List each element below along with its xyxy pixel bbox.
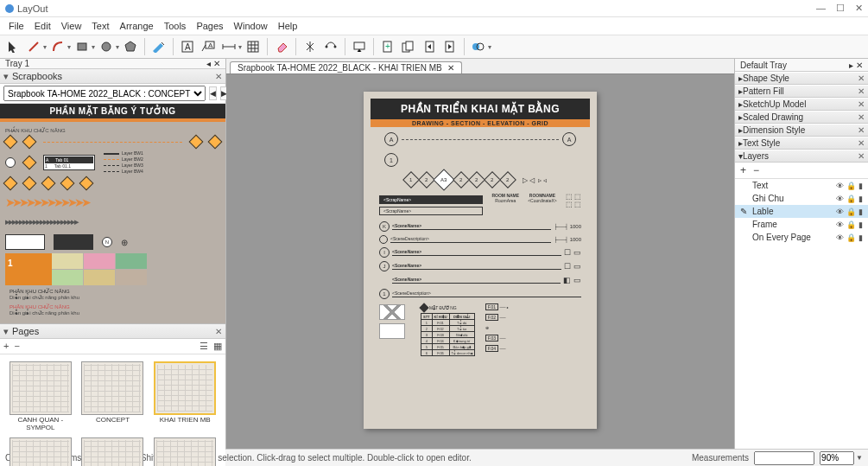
app-title: LayOut [17,3,816,14]
next-page[interactable] [440,37,459,56]
panel-text-style[interactable]: ▸ Text Style✕ [735,137,868,150]
page-thumb[interactable]: CONCEPT [79,361,147,432]
block-num: 1 [5,253,52,285]
tray-tab[interactable]: Tray 1◂ ✕ [0,59,225,69]
left-tray: Tray 1◂ ✕ ▾Scrapbooks✕ Srapbook TA-HOME … [0,59,226,449]
layer-list: Text👁🔒▮ Ghi Chu👁🔒▮ ✎Lable👁🔒▮ Frame👁🔒▮ On… [735,179,868,449]
window-minimize[interactable]: — [816,3,826,14]
eye-icon[interactable]: 👁 [836,220,844,229]
polygon-tool[interactable] [121,37,140,56]
panel-sketchup-model[interactable]: ▸ SketchUp Model✕ [735,98,868,111]
layer-row[interactable]: Text👁🔒▮ [735,179,868,192]
document-tab[interactable]: Srapbook TA-HOME 2022_BLACK - KHAI TRIEN… [230,61,462,73]
eye-icon[interactable]: 👁 [836,207,844,216]
page-subtitle: DRAWING - SECTION - ELEVATION - GRID [371,119,590,127]
svg-rect-0 [78,43,86,50]
render-mode[interactable] [469,37,488,56]
measurements-input[interactable] [754,451,814,465]
menu-help[interactable]: Help [273,19,303,33]
page-thumb[interactable]: CANH QUAN - SYMPOL [7,361,74,432]
measurements-label: Measurements [692,453,749,463]
zoom-input[interactable] [820,451,854,465]
pages-header[interactable]: ▾Pages✕ [0,324,225,339]
titlebar: LayOut — ☐ ✕ [0,0,868,17]
layer-row[interactable]: ✎Lable👁🔒▮ [735,205,868,218]
dimension-tool[interactable] [219,37,238,56]
menu-view[interactable]: View [56,19,87,33]
menu-window[interactable]: Window [229,19,273,33]
label-tool[interactable]: A [199,37,218,56]
eye-icon[interactable]: 👁 [836,233,844,242]
lock-icon[interactable]: 🔒 [846,233,856,242]
panel-shape-style[interactable]: ▸ Shape Style✕ [735,72,868,85]
eye-icon[interactable]: 👁 [836,195,844,203]
menu-text[interactable]: Text [86,19,114,33]
scrapbook-select[interactable]: Srapbook TA-HOME 2022_BLACK : CONCEPT [3,86,206,101]
block-desc-1: Diễn giải chức năng phân khu [10,294,216,300]
layer-remove[interactable]: − [753,164,759,176]
table-tool[interactable] [244,37,263,56]
layer-add[interactable]: + [740,164,746,176]
prev-page[interactable] [420,37,439,56]
style-tool[interactable] [149,37,168,56]
menu-pages[interactable]: Pages [191,19,228,33]
pages-remove[interactable]: − [14,341,19,352]
presentation-tool[interactable] [350,37,369,56]
svg-rect-9 [354,42,364,49]
panel-dimension-style[interactable]: ▸ Dimension Style✕ [735,124,868,137]
svg-point-7 [326,46,328,48]
eraser-tool[interactable] [272,37,291,56]
panel-pattern-fill[interactable]: ▸ Pattern Fill✕ [735,85,868,98]
right-tray-tab[interactable]: Default Tray▸ ✕ [735,59,868,72]
pages-list-view[interactable]: ☰ [200,341,208,352]
panel-layers[interactable]: ▾ Layers✕ [735,150,868,163]
rectangle-tool[interactable] [73,37,92,56]
menu-arrange[interactable]: Arrange [115,19,159,33]
line-tool[interactable] [24,37,43,56]
tab-close-icon[interactable]: ✕ [447,63,454,73]
panel-scaled-drawing[interactable]: ▸ Scaled Drawing✕ [735,111,868,124]
svg-text:A: A [185,42,191,52]
svg-text:+: + [385,41,390,51]
zoom-dropdown[interactable]: ▼ [856,454,863,462]
block-title-2: PHÂN KHU CHỨC NĂNG [10,303,216,310]
svg-point-8 [334,46,337,48]
scrapbook-preview[interactable]: PHẦN MẶT BẰNG Ý TƯỞNG PHẦN KHU CHỨC NĂNG… [0,104,225,323]
window-maximize[interactable]: ☐ [836,3,845,14]
lock-icon[interactable]: 🔒 [846,195,856,203]
svg-text:A: A [208,41,213,49]
svg-rect-13 [406,41,413,50]
lock-icon[interactable]: 🔒 [846,220,856,229]
window-close[interactable]: ✕ [855,3,863,14]
layer-row[interactable]: Frame👁🔒▮ [735,218,868,231]
scrapbooks-header[interactable]: ▾Scrapbooks✕ [0,69,225,84]
page-thumb[interactable]: CT SAN - MC [151,437,219,466]
layer-row[interactable]: Ghi Chu👁🔒▮ [735,192,868,205]
legend-table: STTKÍ HIỆUDIỄN GIẢI 1F.01Tủ đá 2F.02Tủ á… [421,313,475,356]
split-tool[interactable] [301,37,320,56]
pages-grid: CANH QUAN - SYMPOL CONCEPT KHAI TRIEN MB… [3,358,222,466]
menu-tools[interactable]: Tools [159,19,192,33]
duplicate-page[interactable] [399,37,418,56]
layer-row[interactable]: On Every Page👁🔒▮ [735,231,868,244]
lock-icon[interactable]: 🔒 [846,207,856,216]
circle-tool[interactable] [97,37,116,56]
lock-icon[interactable]: 🔒 [846,182,856,190]
canvas[interactable]: PHẦN TRIỂN KHAI MẶT BẰNG DRAWING - SECTI… [226,74,734,449]
page-title: PHẦN TRIỂN KHAI MẶT BẰNG [371,99,590,119]
pages-grid-view[interactable]: ▦ [213,341,222,352]
add-page[interactable]: + [378,37,397,56]
page-thumb[interactable]: CT - TUONG - CUA - LAT NEN [79,437,147,466]
scrap-prev[interactable]: ◀ [209,86,217,100]
page[interactable]: PHẦN TRIỂN KHAI MẶT BẰNG DRAWING - SECTI… [364,92,597,429]
pages-add[interactable]: + [3,341,9,352]
eye-icon[interactable]: 👁 [836,182,844,190]
select-tool[interactable] [3,37,22,56]
page-thumb[interactable]: CHI TIET - GHI CHU - CUA - THANG [7,437,74,466]
join-tool[interactable] [321,37,340,56]
menu-edit[interactable]: Edit [29,19,56,33]
menu-file[interactable]: File [3,19,29,33]
arc-tool[interactable] [48,37,67,56]
page-thumb[interactable]: KHAI TRIEN MB [151,361,219,432]
text-tool[interactable]: A [178,37,197,56]
